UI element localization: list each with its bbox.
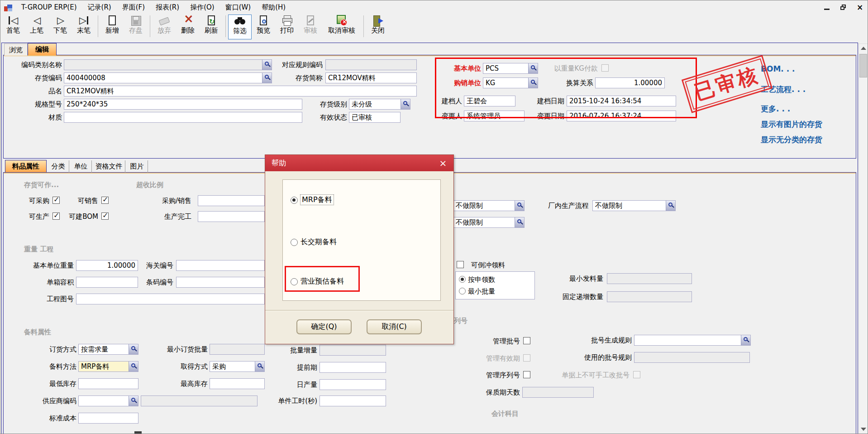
long-leadtime-prep-radio[interactable] bbox=[291, 239, 298, 246]
menu-record[interactable]: 记录(R) bbox=[82, 0, 117, 14]
min-batch-radio[interactable] bbox=[459, 288, 466, 294]
tab-unit[interactable]: 单位 bbox=[70, 160, 92, 173]
std-cost-field[interactable] bbox=[78, 413, 138, 424]
menu-window[interactable]: 窗口(W) bbox=[220, 0, 257, 14]
drawing-field[interactable] bbox=[76, 294, 265, 304]
tab-edit[interactable]: 编辑 bbox=[28, 43, 57, 55]
toolbar-first-record[interactable]: ◁ 首笔 bbox=[1, 14, 25, 39]
sellable-checkbox[interactable] bbox=[101, 197, 109, 204]
close-button[interactable]: × bbox=[856, 3, 864, 11]
toolbar-last-record[interactable]: ▷ 末笔 bbox=[72, 14, 95, 39]
lookup-icon[interactable] bbox=[255, 362, 264, 371]
producible-checkbox[interactable] bbox=[52, 212, 60, 220]
unit-time-field[interactable] bbox=[320, 395, 386, 406]
tab-browse[interactable]: 浏览 bbox=[4, 43, 28, 56]
tab-qualification[interactable]: 资格文件 bbox=[93, 160, 125, 173]
acquire-mode-field[interactable]: 采购 bbox=[210, 361, 265, 372]
conversion-field[interactable]: 1.00000 bbox=[595, 77, 665, 88]
trade-unit-field[interactable]: KG bbox=[483, 77, 538, 88]
spec-field[interactable]: 250*240*35 bbox=[64, 99, 302, 110]
lookup-icon[interactable] bbox=[741, 335, 750, 345]
prep-method-field[interactable]: MRP备料 bbox=[78, 361, 138, 372]
lookup-icon[interactable] bbox=[129, 344, 138, 354]
customs-field[interactable] bbox=[176, 260, 265, 271]
material-field[interactable] bbox=[64, 112, 302, 123]
manage-batch-checkbox[interactable] bbox=[523, 337, 530, 344]
toolbar-new[interactable]: 新增 bbox=[100, 14, 124, 39]
batch-rule-field[interactable] bbox=[634, 335, 751, 346]
toolbar-refresh[interactable]: ↻ 刷新 bbox=[200, 14, 223, 39]
link-more[interactable]: 更多. . . bbox=[761, 104, 790, 114]
restrict-combo-1[interactable]: 不做限制 bbox=[453, 200, 525, 211]
help-dialog-titlebar[interactable]: 帮助 bbox=[265, 155, 453, 171]
over-receive-purchase-field[interactable] bbox=[198, 195, 265, 206]
min-stock-field[interactable] bbox=[78, 378, 138, 389]
menu-interface[interactable]: 界面(F) bbox=[117, 0, 150, 14]
restore-button[interactable] bbox=[839, 3, 848, 11]
backflush-checkbox[interactable] bbox=[457, 261, 464, 268]
menu-help[interactable]: 帮助(H) bbox=[256, 0, 291, 14]
order-mode-field[interactable]: 按需求量 bbox=[78, 344, 138, 355]
restrict-combo-2[interactable]: 不做限制 bbox=[453, 217, 525, 228]
lookup-icon[interactable] bbox=[262, 73, 272, 83]
box-volume-field[interactable] bbox=[76, 277, 138, 288]
barcode-field[interactable] bbox=[176, 277, 265, 288]
vertical-scrollbar[interactable] bbox=[858, 43, 868, 434]
toolbar-print[interactable]: 打印 bbox=[275, 14, 299, 39]
unit-weight-field[interactable]: 1.00000 bbox=[76, 260, 138, 271]
lead-time-field[interactable] bbox=[320, 362, 386, 373]
purchasable-checkbox[interactable] bbox=[52, 197, 60, 204]
item-code-field[interactable]: 400400008 bbox=[64, 72, 272, 83]
toolbar-prev-record[interactable]: ◁ 上笔 bbox=[25, 14, 48, 39]
item-abbr-field[interactable]: CR12MOV精料 bbox=[325, 72, 417, 83]
lookup-icon[interactable] bbox=[401, 99, 410, 109]
scroll-down-icon[interactable] bbox=[859, 424, 868, 434]
base-unit-field[interactable]: PCS bbox=[483, 63, 538, 74]
link-show-unclassified[interactable]: 显示无分类的存货 bbox=[761, 135, 822, 145]
prev-record-icon: ◁ bbox=[30, 14, 43, 27]
toolbar-preview[interactable]: 预览 bbox=[252, 14, 275, 39]
lookup-icon[interactable] bbox=[666, 201, 675, 211]
toolbar-close-form[interactable]: 关闭 bbox=[366, 14, 390, 39]
over-receive-production-field[interactable] bbox=[198, 211, 265, 222]
minimize-button[interactable] bbox=[823, 3, 831, 11]
menu-app[interactable]: T-GROUP ERP(E) bbox=[16, 0, 82, 14]
sales-forecast-prep-option-label[interactable]: 营业预估备料 bbox=[300, 276, 344, 286]
menu-report[interactable]: 报表(R) bbox=[150, 0, 185, 14]
toolbar-cancel-audit[interactable]: 取消审核 bbox=[322, 14, 361, 39]
dialog-close-icon[interactable]: × bbox=[437, 157, 449, 169]
mrp-prep-radio[interactable] bbox=[291, 197, 298, 204]
daily-output-field[interactable] bbox=[320, 379, 386, 390]
tab-picture[interactable]: 图片 bbox=[126, 160, 148, 173]
lookup-icon[interactable] bbox=[515, 217, 524, 227]
long-leadtime-prep-option-label[interactable]: 长交期备料 bbox=[300, 237, 337, 247]
inv-level-field[interactable]: 未分级 bbox=[349, 99, 410, 110]
factory-flow-field[interactable]: 不做限制 bbox=[592, 200, 676, 211]
item-name-field[interactable]: CR12MOV精料 bbox=[64, 86, 417, 96]
scrollbar-thumb[interactable] bbox=[859, 54, 867, 77]
lookup-icon[interactable] bbox=[515, 201, 524, 211]
status-field: 已审核 bbox=[349, 112, 401, 123]
can-bom-checkbox[interactable] bbox=[101, 212, 109, 220]
mrp-prep-option-label[interactable]: MRP备料 bbox=[300, 195, 334, 205]
tab-item-attributes[interactable]: 料品属性 bbox=[5, 160, 47, 172]
lookup-icon[interactable] bbox=[528, 63, 538, 73]
supplier-code-field[interactable] bbox=[78, 395, 138, 406]
dialog-ok-button[interactable]: 确定(Q) bbox=[296, 319, 352, 334]
drawing-label: 工程图号 bbox=[41, 294, 74, 304]
lookup-icon[interactable] bbox=[528, 78, 538, 88]
by-apply-qty-radio[interactable] bbox=[459, 276, 466, 283]
sales-forecast-prep-radio[interactable] bbox=[291, 278, 298, 285]
lookup-icon[interactable] bbox=[262, 60, 272, 70]
toolbar-next-record[interactable]: ▷ 下笔 bbox=[48, 14, 72, 39]
lookup-icon[interactable] bbox=[129, 396, 138, 406]
max-stock-field[interactable] bbox=[210, 378, 265, 389]
toolbar-delete[interactable]: × 删除 bbox=[176, 14, 200, 39]
scroll-up-icon[interactable] bbox=[859, 44, 868, 53]
link-show-with-picture[interactable]: 显示有图片的存货 bbox=[761, 119, 822, 130]
manage-serial-checkbox[interactable] bbox=[523, 371, 530, 378]
lookup-icon[interactable] bbox=[129, 362, 138, 371]
toolbar-filter[interactable]: 筛选 bbox=[228, 14, 252, 39]
dialog-cancel-button[interactable]: 取消(C) bbox=[367, 319, 422, 334]
tab-category[interactable]: 分类 bbox=[48, 160, 69, 173]
